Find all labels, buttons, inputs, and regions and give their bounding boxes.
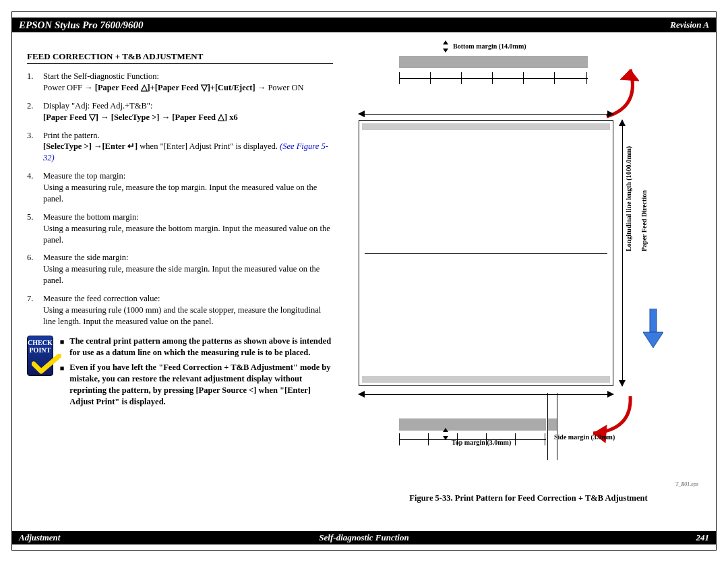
- figure-area: Bottom margin (14.0mm): [342, 39, 716, 523]
- dim-top-margin: [443, 432, 450, 443]
- checkpoint-badge: CHECK POINT: [27, 336, 53, 376]
- label-longitudinal: Longitudinal line length (1000.0mm): [625, 146, 632, 251]
- datum-line: [365, 253, 607, 254]
- section-title: FEED CORRECTION + T&B ADJUSTMENT: [27, 51, 333, 64]
- side-slice: [547, 418, 557, 431]
- hdim-top: [359, 107, 613, 121]
- figure-caption: Figure 5-33. Print Pattern for Feed Corr…: [352, 493, 705, 503]
- svg-marker-0: [620, 69, 639, 81]
- footer-bar: Adjustment Self-diagnostic Function 241: [12, 531, 716, 544]
- blue-arrow-icon: [643, 309, 663, 349]
- step-1: Start the Self-diagnostic Function: Powe…: [27, 71, 333, 94]
- label-bottom-margin: Bottom margin (14.0mm): [453, 42, 526, 50]
- step-7: Measure the feed correction value: Using…: [27, 293, 333, 327]
- checkpoint-box: CHECK POINT ■The central print pattern a…: [27, 336, 333, 412]
- step-5: Measure the bottom margin: Using a measu…: [27, 212, 333, 246]
- label-feed-direction: Paper Feed Direction: [640, 190, 648, 251]
- steps-list: Start the Self-diagnostic Function: Powe…: [27, 71, 333, 327]
- ticks-top: [399, 72, 588, 84]
- svg-marker-2: [643, 332, 663, 348]
- label-top-margin: Top margin (3.0mm): [452, 439, 511, 446]
- checkpoint-text: ■The central print pattern among the pat…: [60, 336, 333, 412]
- pattern-bar-bottom: [399, 418, 546, 431]
- eps-filename: T_B01.eps: [675, 481, 698, 487]
- step-3: Print the pattern. [SelecType >] →[Enter…: [27, 130, 333, 164]
- header-bar: EPSON Stylus Pro 7600/9600 Revision A: [12, 18, 716, 32]
- left-column: FEED CORRECTION + T&B ADJUSTMENT Start t…: [12, 39, 342, 523]
- hdim-bottom: [359, 387, 613, 401]
- pattern-bar-top: [399, 56, 588, 68]
- step-2: Display "Adj: Feed Adj.+T&B": [Paper Fee…: [27, 100, 333, 123]
- checkmark-icon: [32, 354, 61, 374]
- label-side-margin: Side margin (3.0mm): [554, 433, 615, 441]
- step-4: Measure the top margin: Using a measurin…: [27, 170, 333, 205]
- header-title: EPSON Stylus Pro 7600/9600: [19, 20, 144, 31]
- print-pattern-frame: [359, 120, 613, 386]
- footer-center: Self-diagnostic Function: [12, 532, 716, 543]
- step-6: Measure the side margin: Using a measuri…: [27, 252, 333, 286]
- dim-bottom-margin: [443, 44, 450, 55]
- header-revision: Revision A: [670, 20, 709, 30]
- svg-rect-1: [650, 309, 657, 332]
